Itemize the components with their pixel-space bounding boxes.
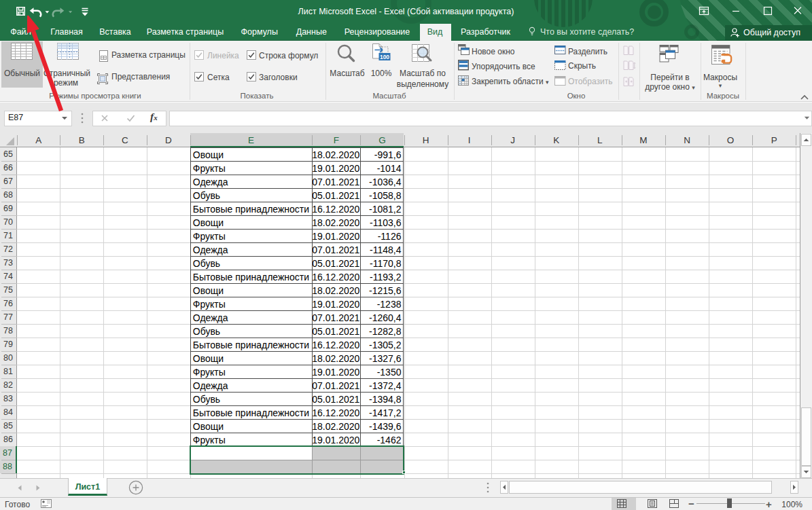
svg-text:100: 100: [380, 54, 389, 60]
